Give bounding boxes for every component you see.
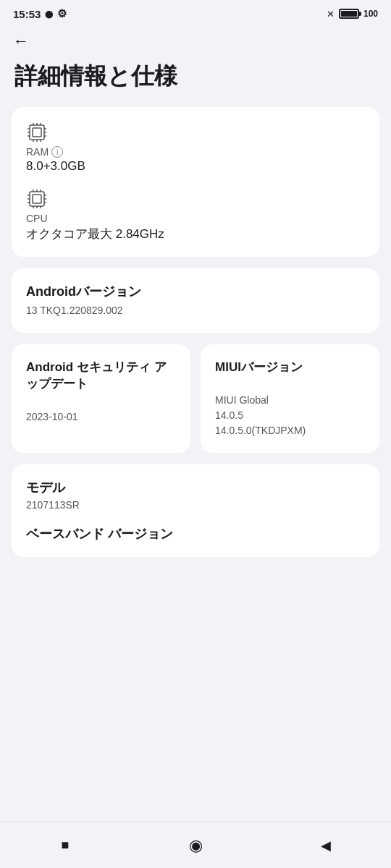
battery-icon: 100 <box>339 9 378 19</box>
baseband-label: ベースバンド バージョン <box>26 525 365 542</box>
dot-icon: ⬤ <box>45 10 53 18</box>
status-bar: 15:53 ⬤ ⚙ ✕ 100 <box>0 0 391 25</box>
model-value: 2107113SR <box>26 499 365 511</box>
nav-home-button[interactable]: ◉ <box>184 834 207 857</box>
page-title: 詳細情報と仕様 <box>0 54 391 107</box>
cpu-value: オクタコア最大 2.84GHz <box>26 226 365 242</box>
android-version-label: Androidバージョン <box>26 283 365 300</box>
status-time: 15:53 <box>13 8 41 20</box>
square-icon: ■ <box>62 838 70 853</box>
battery-x-icon: ✕ <box>327 9 335 20</box>
android-version-card: Androidバージョン 13 TKQ1.220829.002 <box>12 268 379 333</box>
svg-rect-15 <box>33 195 41 203</box>
miui-version-card: MIUIバージョン MIUI Global 14.0.5 14.0.5.0(TK… <box>201 344 379 453</box>
model-card: モデル 2107113SR ベースバンド バージョン <box>12 464 379 557</box>
status-left: 15:53 ⬤ ⚙ <box>13 7 67 20</box>
nav-back-button[interactable]: ◀ <box>314 834 337 857</box>
android-security-card: Android セキュリティ アップデート 2023-10-01 <box>12 344 190 453</box>
android-version-value: 13 TKQ1.220829.002 <box>26 303 365 318</box>
miui-version-label: MIUIバージョン <box>215 359 365 375</box>
gear-icon: ⚙ <box>57 7 67 20</box>
hardware-card: RAM i 8.0+3.0GB CPU オクタコア最大 2.84GHz <box>12 107 379 257</box>
battery-level: 100 <box>363 9 378 19</box>
status-right: ✕ 100 <box>327 9 378 20</box>
battery-fill <box>341 11 357 17</box>
cpu-label: CPU <box>26 213 365 224</box>
back-button[interactable]: ← <box>0 25 391 54</box>
cpu-section: CPU オクタコア最大 2.84GHz <box>26 188 365 242</box>
nav-square-button[interactable]: ■ <box>54 834 77 857</box>
svg-rect-14 <box>30 192 44 206</box>
back-nav-icon: ◀ <box>321 838 331 854</box>
ram-label: RAM i <box>26 146 365 158</box>
miui-version-value: MIUI Global 14.0.5 14.0.5.0(TKDJPXM) <box>215 393 365 438</box>
ram-info-button[interactable]: i <box>51 146 63 158</box>
two-col-row: Android セキュリティ アップデート 2023-10-01 MIUIバージ… <box>12 344 379 453</box>
ram-chip-icon <box>26 122 48 143</box>
bottom-nav: ■ ◉ ◀ <box>0 822 391 868</box>
battery-box <box>339 9 359 19</box>
ram-value: 8.0+3.0GB <box>26 159 365 174</box>
model-label: モデル <box>26 479 365 496</box>
cpu-chip-icon <box>26 188 48 210</box>
home-icon: ◉ <box>189 836 203 855</box>
svg-rect-0 <box>30 125 44 140</box>
ram-section: RAM i 8.0+3.0GB <box>26 122 365 174</box>
android-security-value: 2023-10-01 <box>26 409 176 425</box>
svg-rect-1 <box>33 128 41 137</box>
android-security-label: Android セキュリティ アップデート <box>26 359 176 392</box>
